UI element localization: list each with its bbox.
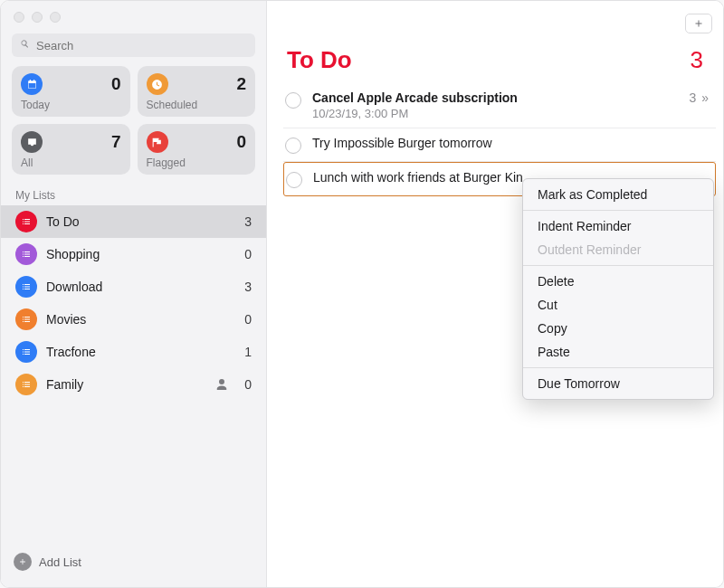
list-name: Movies [46, 312, 235, 327]
flag-icon [147, 131, 168, 153]
add-list-button[interactable]: Add List [1, 545, 266, 578]
search-field[interactable] [12, 33, 255, 57]
add-list-label: Add List [39, 555, 81, 569]
complete-radio[interactable] [285, 92, 301, 109]
list-name: To Do [46, 214, 235, 229]
inbox-icon [21, 131, 43, 153]
menu-item-copy[interactable]: Copy [523, 317, 713, 340]
menu-item-outdent-reminder: Outdent Reminder [523, 238, 713, 261]
list-count: 3 [691, 46, 703, 74]
subtask-count: 3 [689, 90, 696, 105]
shared-icon [214, 376, 230, 393]
clock-icon [147, 73, 168, 95]
menu-item-due-tomorrow[interactable]: Due Tomorrow [523, 372, 713, 395]
sidebar-list-tracfone[interactable]: Tracfone1 [1, 336, 266, 368]
menu-separator [523, 210, 713, 211]
minimize-window-icon[interactable] [32, 12, 43, 23]
smart-list-count: 7 [111, 132, 121, 152]
list-icon [15, 243, 37, 265]
sidebar-list-family[interactable]: Family0 [1, 368, 266, 401]
plus-icon [14, 553, 32, 571]
smart-lists: 0Today2Scheduled7All0Flagged [1, 66, 266, 184]
reminders-window: 0Today2Scheduled7All0Flagged My Lists To… [0, 0, 724, 588]
menu-item-delete[interactable]: Delete [523, 270, 713, 293]
smart-list-all[interactable]: 7All [12, 124, 130, 175]
list-count: 1 [244, 345, 252, 359]
smart-list-flagged[interactable]: 0Flagged [138, 124, 256, 175]
reminder-row[interactable]: Cancel Apple Arcade subscription10/23/19… [283, 83, 716, 128]
search-icon [19, 38, 36, 52]
subtask-indicator[interactable]: 3» [689, 90, 712, 105]
smart-list-label: Today [21, 99, 121, 111]
list-name: Tracfone [46, 345, 235, 359]
smart-list-count: 2 [236, 74, 246, 94]
smart-list-label: All [21, 156, 121, 169]
my-lists-heading: My Lists [1, 184, 266, 205]
sidebar-list-to-do[interactable]: To Do3 [1, 205, 266, 238]
search-input[interactable] [36, 39, 248, 52]
list-count: 0 [244, 377, 252, 392]
complete-radio[interactable] [285, 138, 301, 154]
menu-item-mark-as-completed[interactable]: Mark as Completed [523, 183, 713, 206]
list-icon [15, 308, 37, 330]
list-icon [15, 276, 37, 298]
reminder-title: Cancel Apple Arcade subscription [312, 90, 689, 105]
reminder-subtitle: 10/23/19, 3:00 PM [312, 107, 689, 120]
calendar-icon [21, 73, 43, 95]
sidebar-list-movies[interactable]: Movies0 [1, 303, 266, 336]
smart-list-scheduled[interactable]: 2Scheduled [138, 66, 256, 117]
reminder-row[interactable]: Try Impossible Burger tomorrow [283, 128, 716, 162]
add-reminder-button[interactable] [685, 14, 712, 33]
smart-list-label: Scheduled [147, 99, 247, 111]
list-title: To Do [287, 46, 352, 74]
zoom-window-icon[interactable] [50, 12, 61, 23]
smart-list-count: 0 [236, 132, 246, 152]
my-lists: To Do3Shopping0Download3Movies0Tracfone1… [1, 205, 266, 401]
close-window-icon[interactable] [14, 12, 24, 23]
list-header: To Do 3 [267, 41, 723, 83]
menu-item-indent-reminder[interactable]: Indent Reminder [523, 214, 713, 238]
menu-separator [523, 265, 713, 266]
menu-item-paste[interactable]: Paste [523, 340, 713, 364]
smart-list-label: Flagged [147, 156, 247, 169]
context-menu: Mark as CompletedIndent ReminderOutdent … [522, 178, 714, 400]
list-count: 0 [244, 247, 252, 261]
sidebar-list-shopping[interactable]: Shopping0 [1, 238, 266, 270]
list-icon [15, 211, 37, 232]
sidebar: 0Today2Scheduled7All0Flagged My Lists To… [1, 1, 267, 587]
reminder-title: Try Impossible Burger tomorrow [312, 136, 712, 150]
list-count: 3 [244, 280, 252, 294]
list-icon [15, 374, 37, 395]
smart-list-count: 0 [111, 74, 121, 94]
list-name: Download [46, 280, 235, 294]
list-name: Family [46, 377, 205, 392]
list-count: 0 [244, 312, 252, 327]
list-icon [15, 341, 37, 363]
sidebar-list-download[interactable]: Download3 [1, 270, 266, 303]
complete-radio[interactable] [286, 172, 302, 188]
list-count: 3 [244, 214, 252, 229]
menu-separator [523, 367, 713, 368]
list-name: Shopping [46, 247, 235, 261]
toolbar [267, 1, 723, 41]
chevron-right-icon: » [701, 90, 709, 105]
menu-item-cut[interactable]: Cut [523, 293, 713, 317]
smart-list-today[interactable]: 0Today [12, 66, 130, 117]
window-controls [1, 1, 266, 32]
